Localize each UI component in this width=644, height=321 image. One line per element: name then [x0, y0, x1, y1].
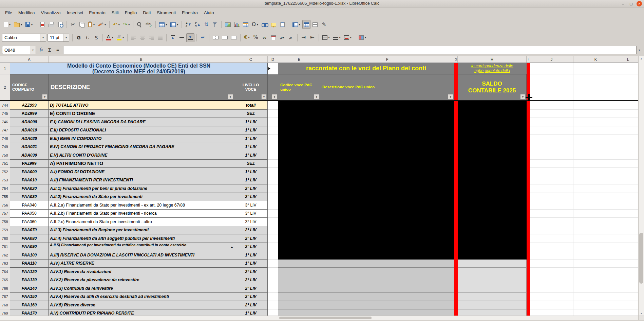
cell-D769[interactable]	[268, 309, 278, 316]
row-header-766[interactable]: 766	[0, 284, 10, 293]
cell-C746[interactable]: 1° LIV	[234, 118, 268, 126]
center-vertically-button[interactable]	[177, 33, 186, 42]
cell-E763[interactable]	[278, 260, 320, 268]
sort-descending-button[interactable]	[193, 20, 202, 29]
cell-C751[interactable]: SEZ	[234, 160, 268, 168]
cell-L752[interactable]	[618, 168, 638, 176]
cell-F754[interactable]	[320, 184, 454, 193]
cell-B763[interactable]: A.IV) ALTRE RISERVE	[49, 260, 234, 268]
dropdown-arrow-icon[interactable]: ▾	[30, 46, 36, 54]
cell-B753[interactable]: A.II) FINANZIAMENTI PER INVESTIMENTI	[49, 176, 234, 185]
cell-E759[interactable]	[278, 226, 320, 235]
column-header-F[interactable]: F	[320, 56, 454, 63]
row-header-756[interactable]: 756	[0, 201, 10, 210]
row-header-767[interactable]: 767	[0, 293, 10, 301]
format-percent-button[interactable]: %	[252, 33, 260, 42]
cell-J767[interactable]	[530, 293, 573, 301]
cell-E761[interactable]	[278, 243, 320, 251]
cell-A754[interactable]: PAA020	[10, 184, 49, 193]
column-header-D[interactable]: D	[268, 56, 278, 63]
cell-J747[interactable]	[530, 126, 573, 135]
cell-A766[interactable]: PAA140	[10, 284, 49, 293]
cell-B747[interactable]: E.II) DEPOSITI CAUZIONALI	[49, 126, 234, 135]
cell-F762[interactable]	[320, 251, 454, 260]
cell-H764[interactable]	[458, 268, 527, 276]
split-window-button[interactable]	[311, 20, 319, 29]
row-header-755[interactable]: 755	[0, 193, 10, 201]
cell-F764[interactable]	[320, 268, 454, 276]
cell-F757[interactable]	[320, 210, 454, 218]
row-header-764[interactable]: 764	[0, 268, 10, 276]
column-header-G[interactable]: G	[454, 56, 458, 63]
insert-chart-button[interactable]	[233, 20, 241, 29]
increase-indent-button[interactable]: ⇥	[300, 33, 308, 42]
cell-K744[interactable]	[573, 101, 618, 110]
cell-D754[interactable]	[268, 184, 278, 193]
cell-F753[interactable]	[320, 176, 454, 185]
cell-B749[interactable]: E.IV) CANONI DI PROJECT FINANCING ANCORA…	[49, 143, 234, 151]
autofilter-button[interactable]	[211, 20, 219, 29]
cell-H767[interactable]	[458, 293, 527, 301]
cell-A756[interactable]: PAA040	[10, 201, 49, 210]
border-color-button[interactable]: ▾	[343, 33, 353, 42]
cell-D1[interactable]	[268, 63, 278, 74]
cell-A750[interactable]: ADA030	[10, 151, 49, 160]
cell-L745[interactable]	[618, 110, 638, 118]
cell-K761[interactable]	[573, 243, 618, 251]
cell-A748[interactable]: ADA020	[10, 135, 49, 143]
cell-J760[interactable]	[530, 234, 573, 243]
menu-visualizza[interactable]: Visualizza	[38, 9, 63, 17]
row-header-763[interactable]: 763	[0, 260, 10, 268]
cell-A765[interactable]: PAA130	[10, 276, 49, 285]
dropdown-arrow-icon[interactable]: ▾	[248, 36, 250, 39]
cell-L2[interactable]	[618, 74, 638, 100]
cell-C758[interactable]: 3° LIV	[234, 218, 268, 226]
cell-K764[interactable]	[573, 268, 618, 276]
cell-F746[interactable]	[320, 118, 454, 126]
cell-F758[interactable]	[320, 218, 454, 226]
menu-stili[interactable]: Stili	[109, 9, 122, 17]
cell-L763[interactable]	[618, 260, 638, 268]
cell-A755[interactable]: PAA030	[10, 193, 49, 201]
cell-B765[interactable]: A.IV.2) Riserve da plusvalenze da reinve…	[49, 276, 234, 285]
cell-K769[interactable]	[573, 309, 618, 316]
menu-strumenti[interactable]: Strumenti	[154, 9, 179, 17]
cell-H746[interactable]	[458, 118, 527, 126]
row-header-754[interactable]: 754	[0, 184, 10, 193]
cell-D761[interactable]	[268, 243, 278, 251]
cell-H749[interactable]	[458, 143, 527, 151]
cell-A746[interactable]: ADA000	[10, 118, 49, 126]
cell-E764[interactable]	[278, 268, 320, 276]
cell-A752[interactable]: PAA000	[10, 168, 49, 176]
cell-K768[interactable]	[573, 301, 618, 309]
cell-B758[interactable]: A.II.2.c) Finanziamenti da Stato per inv…	[49, 218, 234, 226]
dropdown-arrow-icon[interactable]: ▾	[9, 23, 11, 26]
cell-B761[interactable]: A.II.5) Finanziamenti per investimenti d…	[49, 243, 234, 251]
dropdown-arrow-icon[interactable]: ▾	[328, 36, 330, 39]
cell-J764[interactable]	[530, 268, 573, 276]
cell-B760[interactable]: A.II.4) Finanziamenti da altri soggetti …	[49, 234, 234, 243]
row-header-759[interactable]: 759	[0, 226, 10, 235]
cell-L769[interactable]	[618, 309, 638, 316]
insert-comment-button[interactable]	[270, 20, 278, 29]
autofilter-button-F[interactable]: ▼	[448, 94, 453, 100]
cell-F768[interactable]	[320, 301, 454, 309]
cell-J746[interactable]	[530, 118, 573, 126]
cell-E752[interactable]	[278, 168, 320, 176]
cell-K763[interactable]	[573, 260, 618, 268]
cell-K747[interactable]	[573, 126, 618, 135]
cell-J758[interactable]	[530, 218, 573, 226]
cell-B759[interactable]: A.II.3) Finanziamenti da Regione per inv…	[49, 226, 234, 235]
insert-column-button[interactable]: ▾	[169, 20, 179, 29]
cell-C761[interactable]: 2° LIV	[234, 243, 268, 251]
cell-F765[interactable]	[320, 276, 454, 285]
cell-J753[interactable]	[530, 176, 573, 185]
cell-C760[interactable]: 2° LIV	[234, 234, 268, 243]
column-header-A[interactable]: A	[10, 56, 49, 63]
cell-B769[interactable]: A.V) CONTRIBUTI PER RIPIANO PERDITE	[49, 309, 234, 316]
insert-hyperlink-button[interactable]	[260, 20, 269, 29]
row-header-748[interactable]: 748	[0, 135, 10, 143]
cell-K765[interactable]	[573, 276, 618, 285]
cell-J1[interactable]	[530, 63, 573, 74]
cell-H763[interactable]	[458, 260, 527, 268]
